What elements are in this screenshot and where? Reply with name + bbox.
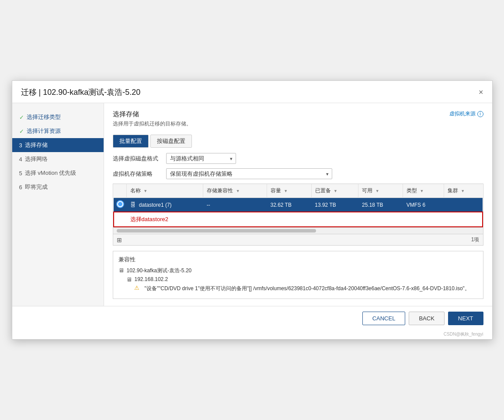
- sort-cluster-icon: ▼: [461, 189, 465, 193]
- sort-capacity-icon: ▼: [284, 189, 288, 193]
- dialog-header: 迁移 | 102.90-kafka测试-袁浩-5.20 ×: [12, 81, 492, 103]
- table-scroll[interactable]: 名称 ▼ 存储兼容性 ▼ 容量 ▼: [113, 184, 483, 227]
- row-cluster: [444, 198, 482, 212]
- col-cluster[interactable]: 集群 ▼: [444, 184, 482, 198]
- scrollbar-thumb: [117, 229, 316, 233]
- dialog-body: ✓ 选择迁移类型 ✓ 选择计算资源 3 选择存储 4 选择网络 5 选择 vMo…: [12, 103, 492, 306]
- main-content: 选择存储 选择用于虚拟机迁移的目标存储。 虚拟机来源 i 批量配置 按磁盘配置 …: [104, 103, 492, 306]
- compat-warn-text: "设备""CD/DVD drive 1"使用不可访问的备用"[] /vmfs/v…: [145, 285, 470, 292]
- row-capacity: 32.62 TB: [267, 198, 311, 212]
- compat-host-item: 🖥 192.168.102.2: [118, 276, 478, 283]
- disk-format-select[interactable]: 与源格式相同: [166, 153, 236, 164]
- table-header-row: 名称 ▼ 存储兼容性 ▼ 容量 ▼: [114, 184, 483, 198]
- row-type: VMFS 6: [403, 198, 444, 212]
- info-icon[interactable]: i: [477, 111, 483, 117]
- compat-section: 兼容性 🖥 102.90-kafka测试-袁浩-5.20 🖥 192.168.1…: [113, 251, 483, 299]
- datastore-icon: 🗄: [130, 201, 136, 208]
- col-name[interactable]: 名称 ▼: [127, 184, 203, 198]
- sidebar-item-step6[interactable]: 6 即将完成: [12, 180, 104, 194]
- disk-format-label: 选择虚拟磁盘格式: [113, 155, 161, 163]
- radio-button-icon: [117, 201, 123, 207]
- sidebar-step5-label: 选择 vMotion 优先级: [25, 169, 76, 177]
- dialog-title: 迁移 | 102.90-kafka测试-袁浩-5.20: [21, 87, 141, 97]
- back-button[interactable]: BACK: [409, 312, 444, 325]
- row-provisioned: 13.92 TB: [311, 198, 358, 212]
- sidebar-item-step5[interactable]: 5 选择 vMotion 优先级: [12, 166, 104, 180]
- migrate-dialog: 迁移 | 102.90-kafka测试-袁浩-5.20 × ✓ 选择迁移类型 ✓…: [12, 80, 493, 340]
- row-compat: --: [203, 198, 267, 212]
- storage-policy-row: 虚拟机存储策略 保留现有虚拟机存储策略: [113, 168, 483, 179]
- table-row-red[interactable]: 选择datastore2: [114, 212, 483, 227]
- col-type[interactable]: 类型 ▼: [403, 184, 444, 198]
- compat-vm-label: 102.90-kafka测试-袁浩-5.20: [127, 267, 192, 274]
- host-icon: 🖥: [126, 276, 132, 283]
- check-icon-1: ✓: [19, 114, 24, 121]
- storage-policy-select-wrapper: 保留现有虚拟机存储策略: [166, 168, 332, 179]
- sidebar-step4-label: 选择网络: [25, 155, 48, 163]
- table-footer: ⊞ 1项: [113, 234, 483, 245]
- compat-warn-item: ⚠ "设备""CD/DVD drive 1"使用不可访问的备用"[] /vmfs…: [118, 285, 478, 292]
- sidebar: ✓ 选择迁移类型 ✓ 选择计算资源 3 选择存储 4 选择网络 5 选择 vMo…: [12, 103, 104, 306]
- section-header: 选择存储 选择用于虚拟机迁移的目标存储。 虚拟机来源 i: [113, 110, 483, 133]
- section-desc: 选择用于虚拟机迁移的目标存储。: [113, 120, 191, 128]
- tab-bar: 批量配置 按磁盘配置: [113, 135, 483, 148]
- sort-type-icon: ▼: [420, 189, 424, 193]
- compat-title: 兼容性: [118, 256, 478, 264]
- next-button[interactable]: NEXT: [448, 312, 483, 325]
- disk-format-row: 选择虚拟磁盘格式 与源格式相同: [113, 153, 483, 164]
- section-title-block: 选择存储 选择用于虚拟机迁移的目标存储。: [113, 110, 191, 133]
- section-title: 选择存储: [113, 110, 191, 118]
- sidebar-step3-label: 选择存储: [25, 141, 48, 149]
- cancel-button[interactable]: CANCEL: [362, 312, 406, 325]
- sidebar-item-step1[interactable]: ✓ 选择迁移类型: [12, 110, 104, 124]
- watermark: CSDN@枫秋_fengyi: [12, 330, 492, 339]
- step6-num: 6: [19, 184, 22, 191]
- col-radio: [114, 184, 127, 198]
- row-available: 25.18 TB: [358, 198, 403, 212]
- compat-vm-item: 🖥 102.90-kafka测试-袁浩-5.20: [118, 267, 478, 274]
- sort-provisioned-icon: ▼: [334, 189, 337, 193]
- step3-num: 3: [19, 142, 22, 149]
- row-radio: [114, 198, 127, 212]
- step5-num: 5: [19, 170, 22, 177]
- step4-num: 4: [19, 156, 22, 163]
- tab-batch[interactable]: 批量配置: [113, 135, 149, 148]
- storage-policy-label: 虚拟机存储策略: [113, 170, 161, 178]
- horizontal-scrollbar[interactable]: [113, 227, 483, 234]
- vm-icon: 🖥: [118, 267, 124, 274]
- sort-available-icon: ▼: [375, 189, 379, 193]
- table-row[interactable]: 🗄 datastore1 (7) -- 32.62 TB 13.92 TB 25…: [114, 198, 483, 212]
- red-row-text: 选择datastore2: [127, 212, 483, 227]
- datastore-table-container: 名称 ▼ 存储兼容性 ▼ 容量 ▼: [113, 184, 483, 246]
- col-capacity[interactable]: 容量 ▼: [267, 184, 311, 198]
- check-icon-2: ✓: [19, 128, 24, 135]
- sidebar-item-step2[interactable]: ✓ 选择计算资源: [12, 124, 104, 138]
- col-provisioned[interactable]: 已置备 ▼: [311, 184, 358, 198]
- col-available[interactable]: 可用 ▼: [358, 184, 403, 198]
- column-controls[interactable]: ⊞: [117, 236, 122, 243]
- row-name: 🗄 datastore1 (7): [127, 198, 203, 212]
- close-button[interactable]: ×: [479, 88, 483, 96]
- sort-name-icon: ▼: [143, 189, 147, 193]
- sidebar-item-step3[interactable]: 3 选择存储: [12, 138, 104, 152]
- item-count: 1项: [471, 236, 480, 243]
- sidebar-item-step4[interactable]: 4 选择网络: [12, 152, 104, 166]
- disk-format-select-wrapper: 与源格式相同: [166, 153, 236, 164]
- sidebar-step6-label: 即将完成: [25, 183, 48, 191]
- source-link[interactable]: 虚拟机来源 i: [449, 110, 483, 118]
- compat-host-label: 192.168.102.2: [135, 276, 168, 282]
- sidebar-step2-label: 选择计算资源: [27, 127, 61, 135]
- warn-icon: ⚠: [134, 285, 142, 291]
- sort-compat-icon: ▼: [236, 189, 240, 193]
- sidebar-step1-label: 选择迁移类型: [27, 113, 61, 121]
- source-link-text: 虚拟机来源: [449, 110, 476, 118]
- storage-policy-select[interactable]: 保留现有虚拟机存储策略: [166, 168, 332, 179]
- columns-icon[interactable]: ⊞: [117, 236, 122, 243]
- dialog-footer: CANCEL BACK NEXT: [12, 306, 492, 330]
- datastore-table: 名称 ▼ 存储兼容性 ▼ 容量 ▼: [113, 184, 483, 227]
- tab-disk[interactable]: 按磁盘配置: [150, 135, 192, 148]
- col-compat[interactable]: 存储兼容性 ▼: [203, 184, 267, 198]
